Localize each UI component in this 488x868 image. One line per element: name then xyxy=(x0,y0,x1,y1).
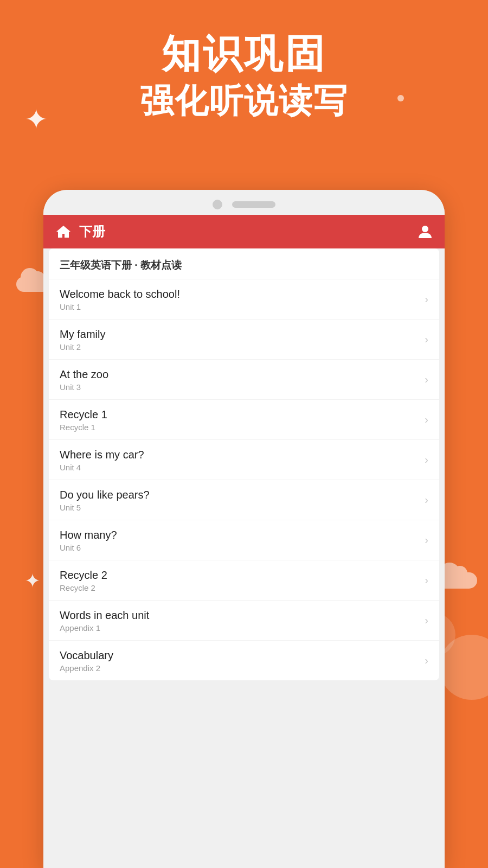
list-item-subtitle-3: Recycle 1 xyxy=(60,423,419,432)
chevron-right-icon-8: › xyxy=(425,614,428,627)
list-item[interactable]: Recycle 2 Recycle 2 › xyxy=(49,560,439,601)
list-item[interactable]: Recycle 1 Recycle 1 › xyxy=(49,400,439,440)
list-item[interactable]: Vocabulary Appendix 2 › xyxy=(49,641,439,680)
list-item-title-7: Recycle 2 xyxy=(60,568,419,582)
list-item-text-7: Recycle 2 Recycle 2 xyxy=(60,568,419,592)
home-icon[interactable] xyxy=(55,225,72,239)
list-item[interactable]: Words in each unit Appendix 1 › xyxy=(49,601,439,641)
list-item-text-0: Welcome back to school! Unit 1 xyxy=(60,287,419,311)
phone-speaker xyxy=(232,201,275,208)
chevron-right-icon-7: › xyxy=(425,574,428,586)
user-icon[interactable] xyxy=(418,224,433,239)
list-item-title-9: Vocabulary xyxy=(60,648,419,662)
list-item-title-3: Recycle 1 xyxy=(60,407,419,422)
list-item[interactable]: Welcome back to school! Unit 1 › xyxy=(49,279,439,320)
list-item[interactable]: How many? Unit 6 › xyxy=(49,520,439,560)
chevron-right-icon-1: › xyxy=(425,333,428,346)
list-item-title-1: My family xyxy=(60,327,419,341)
content-list: 三年级英语下册 · 教材点读 Welcome back to school! U… xyxy=(49,248,439,680)
list-item-subtitle-4: Unit 4 xyxy=(60,463,419,472)
list-item-subtitle-8: Appendix 1 xyxy=(60,623,419,633)
list-item[interactable]: Do you like pears? Unit 5 › xyxy=(49,480,439,520)
list-item-subtitle-9: Appendix 2 xyxy=(60,663,419,673)
chevron-right-icon-2: › xyxy=(425,373,428,386)
list-item-text-6: How many? Unit 6 xyxy=(60,528,419,552)
list-item-title-4: Where is my car? xyxy=(60,448,419,462)
svg-point-0 xyxy=(422,226,428,232)
list-item[interactable]: My family Unit 2 › xyxy=(49,320,439,360)
list-item-text-5: Do you like pears? Unit 5 xyxy=(60,488,419,512)
list-item-subtitle-5: Unit 5 xyxy=(60,503,419,512)
list-item-subtitle-1: Unit 2 xyxy=(60,342,419,352)
app-bar-title: 下册 xyxy=(79,223,418,240)
list-item-subtitle-0: Unit 1 xyxy=(60,302,419,311)
list-item-subtitle-2: Unit 3 xyxy=(60,382,419,392)
chevron-right-icon-4: › xyxy=(425,454,428,466)
list-item[interactable]: Where is my car? Unit 4 › xyxy=(49,440,439,480)
list-item-title-0: Welcome back to school! xyxy=(60,287,419,301)
list-item[interactable]: At the zoo Unit 3 › xyxy=(49,360,439,400)
list-item-text-1: My family Unit 2 xyxy=(60,327,419,352)
app-header-bar: 下册 xyxy=(43,215,445,248)
list-item-text-3: Recycle 1 Recycle 1 xyxy=(60,407,419,432)
section-title: 三年级英语下册 · 教材点读 xyxy=(49,248,439,279)
phone-mockup: 下册 三年级英语下册 · 教材点读 Welcome back to school… xyxy=(43,190,445,868)
chevron-right-icon-9: › xyxy=(425,654,428,667)
chevron-right-icon-6: › xyxy=(425,534,428,546)
list-item-text-2: At the zoo Unit 3 xyxy=(60,367,419,392)
list-item-title-6: How many? xyxy=(60,528,419,542)
list-item-subtitle-6: Unit 6 xyxy=(60,543,419,552)
list-item-title-5: Do you like pears? xyxy=(60,488,419,502)
list-item-text-8: Words in each unit Appendix 1 xyxy=(60,608,419,633)
header-line1: 知识巩固 xyxy=(0,33,488,75)
chevron-right-icon-5: › xyxy=(425,494,428,506)
sparkle-icon-bottom-left: ✦ xyxy=(24,570,41,592)
list-item-text-9: Vocabulary Appendix 2 xyxy=(60,648,419,673)
menu-list: Welcome back to school! Unit 1 › My fami… xyxy=(49,279,439,680)
list-item-title-2: At the zoo xyxy=(60,367,419,381)
header-line2: 强化听说读写 xyxy=(0,81,488,121)
header-section: 知识巩固 强化听说读写 xyxy=(0,33,488,122)
list-item-subtitle-7: Recycle 2 xyxy=(60,583,419,592)
chevron-right-icon-3: › xyxy=(425,413,428,426)
chevron-right-icon-0: › xyxy=(425,293,428,305)
list-item-text-4: Where is my car? Unit 4 xyxy=(60,448,419,472)
list-item-title-8: Words in each unit xyxy=(60,608,419,622)
phone-camera xyxy=(213,200,222,209)
phone-top-bar xyxy=(43,190,445,215)
